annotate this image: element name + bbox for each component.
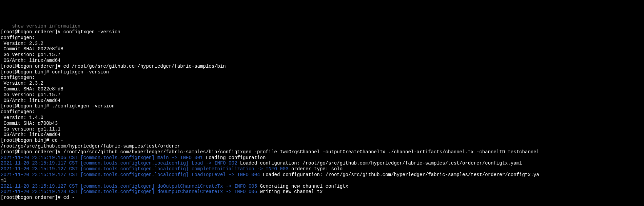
terminal-text: 2021-11-20 23:15:19.127 CST [common.tool… (1, 184, 257, 189)
terminal-line: Go version: go1.15.7 (1, 92, 643, 98)
terminal-text: configtxgen: (1, 35, 35, 40)
terminal-output[interactable]: show version information[root@bogon orde… (1, 23, 643, 201)
terminal-text: Generating new channel configtx (257, 184, 348, 189)
terminal-line: 2021-11-20 23:15:19.127 CST [common.tool… (1, 166, 643, 172)
terminal-line: [root@bogon orderer]# /root/go/src/githu… (1, 149, 643, 155)
terminal-text: [root@bogon bin]# cd - (1, 138, 63, 143)
terminal-line: [root@bogon bin]# configtxgen -version (1, 69, 643, 75)
terminal-line: show version information (1, 23, 643, 29)
terminal-text: [root@bogon bin]# configtxgen -version (1, 69, 109, 75)
terminal-text: /root/go/src/github.com/hyperledger/fabr… (1, 143, 180, 149)
terminal-text: ml (1, 178, 6, 183)
terminal-line: 2021-11-20 23:15:19.117 CST [common.tool… (1, 160, 643, 166)
terminal-line: 2021-11-20 23:15:19.127 CST [common.tool… (1, 172, 643, 178)
terminal-text: [root@bogon orderer]# configtxgen -versi… (1, 29, 120, 35)
terminal-text: 2021-11-20 23:15:19.117 CST [common.tool… (1, 160, 237, 166)
terminal-text: orderer type: solo (289, 166, 343, 172)
terminal-text: show version information (1, 23, 80, 29)
terminal-line: Commit SHA: 0022e8fd8 (1, 86, 643, 92)
terminal-line: [root@bogon bin]# cd - (1, 138, 643, 143)
terminal-line: [root@bogon bin]# ./configtxgen -version (1, 103, 643, 109)
terminal-line: OS/Arch: linux/amd64 (1, 98, 643, 104)
terminal-line: 2021-11-20 23:15:19.127 CST [common.tool… (1, 184, 643, 189)
terminal-text: Version: 2.3.2 (1, 41, 43, 46)
terminal-line: Commit SHA: d700b43 (1, 121, 643, 126)
terminal-text: Commit SHA: d700b43 (1, 121, 58, 126)
terminal-text: 2021-11-20 23:15:19.127 CST [common.tool… (1, 166, 289, 172)
terminal-line: [root@bogon orderer]# cd /root/go/src/gi… (1, 64, 643, 69)
terminal-text: Loaded configuration: /root/go/src/githu… (260, 172, 539, 177)
terminal-line: configtxgen: (1, 109, 643, 115)
terminal-text: Loading configuration (203, 155, 266, 160)
terminal-line: Commit SHA: 0022e8fd8 (1, 46, 643, 52)
terminal-text: Writing new channel tx (257, 189, 323, 194)
terminal-line: OS/Arch: linux/amd64 (1, 132, 643, 138)
terminal-text: Version: 1.4.0 (1, 115, 43, 120)
terminal-text: 2021-11-20 23:15:19.128 CST [common.tool… (1, 189, 257, 194)
terminal-line: /root/go/src/github.com/hyperledger/fabr… (1, 143, 643, 149)
terminal-text: Version: 2.3.2 (1, 81, 43, 86)
terminal-text: Go version: go1.15.7 (1, 92, 60, 98)
terminal-text: Go version: go1.15.7 (1, 52, 60, 57)
terminal-text: configtxgen: (1, 75, 35, 80)
terminal-text: [root@bogon orderer]# cd /root/go/src/gi… (1, 64, 226, 69)
terminal-line: Version: 2.3.2 (1, 81, 643, 86)
terminal-text: OS/Arch: linux/amd64 (1, 58, 60, 63)
terminal-line: OS/Arch: linux/amd64 (1, 58, 643, 64)
terminal-line: ml (1, 178, 643, 184)
terminal-text: OS/Arch: linux/amd64 (1, 132, 60, 137)
terminal-line: Version: 2.3.2 (1, 41, 643, 47)
terminal-text: Go version: go1.11.1 (1, 126, 60, 132)
terminal-text: [root@bogon bin]# ./configtxgen -version (1, 103, 115, 109)
terminal-line: Go version: go1.11.1 (1, 126, 643, 132)
terminal-line: [root@bogon orderer]# configtxgen -versi… (1, 29, 643, 35)
terminal-line: configtxgen: (1, 35, 643, 41)
terminal-text: 2021-11-20 23:15:19.106 CST [common.tool… (1, 155, 203, 160)
terminal-line: Go version: go1.15.7 (1, 52, 643, 58)
terminal-text: [root@bogon orderer]# /root/go/src/githu… (1, 149, 539, 155)
terminal-text: Commit SHA: 0022e8fd8 (1, 46, 63, 52)
terminal-text: OS/Arch: linux/amd64 (1, 98, 60, 103)
terminal-line: 2021-11-20 23:15:19.106 CST [common.tool… (1, 155, 643, 161)
terminal-text: Loaded configuration: /root/go/src/githu… (237, 160, 522, 166)
terminal-text: configtxgen: (1, 109, 35, 115)
terminal-line: [root@bogon orderer]# cd - (1, 195, 643, 201)
terminal-text: Commit SHA: 0022e8fd8 (1, 86, 63, 92)
terminal-line: Version: 1.4.0 (1, 115, 643, 121)
terminal-text: 2021-11-20 23:15:19.127 CST [common.tool… (1, 172, 260, 177)
terminal-text: [root@bogon orderer]# cd - (1, 195, 75, 200)
terminal-line: configtxgen: (1, 75, 643, 81)
terminal-line: 2021-11-20 23:15:19.128 CST [common.tool… (1, 189, 643, 195)
